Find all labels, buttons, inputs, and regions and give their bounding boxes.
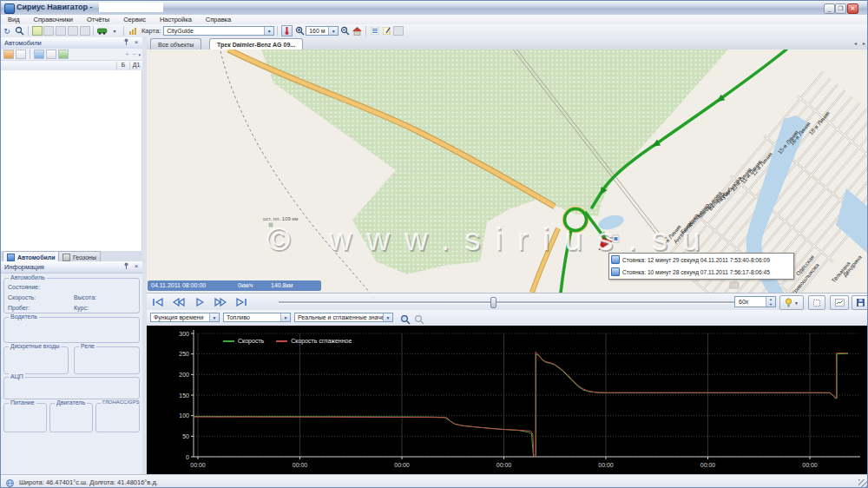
speed-label: Скорость: <box>8 294 36 300</box>
tab-scroll-right-icon[interactable]: ▸ <box>863 40 865 46</box>
disabled-icon-4 <box>80 26 90 36</box>
playback-speed-spinner[interactable]: 60x ▲▼ <box>734 296 776 307</box>
vehicles-tab-icon <box>7 254 15 261</box>
zoom-in-icon[interactable] <box>294 26 305 36</box>
chart-canvas: 05010015020025030000:0000:0000:0000:0000… <box>147 326 868 474</box>
parameter-select[interactable]: Топливо▼ <box>223 313 291 322</box>
maximize-button[interactable]: ❐ <box>835 3 846 14</box>
svg-text:00:00: 00:00 <box>394 462 410 468</box>
svg-text:300: 300 <box>179 331 189 337</box>
menu-spravka[interactable]: Справка <box>199 16 238 23</box>
fast-forward-button[interactable] <box>213 296 228 307</box>
svg-text:0: 0 <box>186 454 189 460</box>
globe-icon <box>6 475 14 488</box>
info-panel: Информация × Автомобиль Состояние: Скоро… <box>1 261 142 474</box>
timeline-slider[interactable] <box>279 301 737 304</box>
zoom-out-icon[interactable] <box>339 26 350 36</box>
vehicle-group: Автомобиль Состояние: Скорость: Высота: … <box>3 278 140 313</box>
resize-grip[interactable] <box>858 479 867 488</box>
pin-icon[interactable] <box>122 262 130 271</box>
redacted-area <box>99 3 163 12</box>
menu-spravochniki[interactable]: Справочники <box>27 16 80 23</box>
vehicle-icon[interactable] <box>97 26 108 36</box>
legend-swatch-smoothed <box>276 340 287 342</box>
columns-dropdown-icon[interactable]: ▾ <box>138 52 141 57</box>
map-label: Карта: <box>141 27 161 35</box>
chevron-down-icon[interactable]: ▼ <box>383 313 392 321</box>
scale-select[interactable]: 160 м▼ <box>306 26 339 36</box>
legend-label-speed: Скорость <box>238 338 264 344</box>
tab-scroll-left-icon[interactable]: ◂ <box>854 40 857 46</box>
building <box>730 282 739 288</box>
chevron-down-icon[interactable]: ▼ <box>264 27 273 35</box>
rewind-button[interactable] <box>171 296 187 307</box>
svg-text:250: 250 <box>179 351 189 357</box>
menu-servis[interactable]: Сервис <box>116 16 153 23</box>
disabled-icon-3 <box>68 26 78 36</box>
vehicles-list[interactable] <box>1 70 142 251</box>
report-icon[interactable] <box>32 26 43 36</box>
minimize-button[interactable]: _ <box>824 3 835 14</box>
chart-legend: Скорость Скорость сглаженное <box>220 338 352 344</box>
chart-toolbar: Функция времени▼ Топливо▼ Реальные и сгл… <box>147 310 868 326</box>
legend-swatch-speed <box>223 340 234 342</box>
refresh-icon[interactable]: ↻ <box>2 26 12 36</box>
menu-nastroyka[interactable]: Настройка <box>153 16 199 23</box>
menu-otchety[interactable]: Отчёты <box>80 16 116 23</box>
track-speed: 0км/ч <box>238 280 253 291</box>
power-group: Питание <box>3 403 47 432</box>
geo-icon[interactable] <box>58 49 69 59</box>
remove-icon[interactable]: − <box>133 50 137 58</box>
column-name[interactable] <box>1 62 116 70</box>
column-d1[interactable]: Д1 <box>129 62 142 70</box>
chevron-down-icon[interactable]: ▼ <box>794 300 799 306</box>
group-icon <box>46 49 56 59</box>
svg-text:00:00: 00:00 <box>802 462 818 468</box>
adc-group: АЦП <box>3 377 140 399</box>
filter-icon[interactable] <box>3 49 14 59</box>
svg-text:100: 100 <box>179 412 189 419</box>
chart-icon[interactable] <box>128 26 138 36</box>
tab-track[interactable]: Трек Daimler-Benz AG 09... <box>209 38 303 50</box>
column-b[interactable]: Б <box>116 62 129 70</box>
menu-vid[interactable]: Вид <box>1 16 27 23</box>
car-search-icon <box>16 49 26 59</box>
main-toolbar: ↻ ▾ Карта: CityGuide▼ 160 м▼ <box>1 24 868 38</box>
search-icon[interactable] <box>14 26 24 36</box>
function-select[interactable]: Функция времени▼ <box>150 313 220 322</box>
timeline-slider-thumb[interactable] <box>490 297 496 308</box>
chevron-down-icon[interactable]: ▼ <box>328 27 338 35</box>
map-view[interactable]: 18-я Линия 16-я Линия 15-я Линия 12-я Ли… <box>147 49 868 293</box>
map-select[interactable]: CityGuide▼ <box>163 26 274 36</box>
add-icon[interactable]: + <box>125 50 129 58</box>
coordinates-status: Широта: 46.47401°с.ш. Долгота: 41.48016°… <box>19 478 158 486</box>
vehicle-dropdown-icon[interactable]: ▾ <box>109 26 120 36</box>
tab-all-objects[interactable]: Все объекты <box>150 38 201 49</box>
speed-chart[interactable]: 05010015020025030000:0000:0000:0000:0000… <box>147 326 868 474</box>
close-icon[interactable]: × <box>132 262 141 271</box>
skip-start-button[interactable] <box>150 296 166 307</box>
show-chart-button[interactable] <box>830 295 849 310</box>
close-button[interactable]: ✕ <box>847 3 858 14</box>
track-mode-toggle[interactable] <box>281 25 293 36</box>
skip-end-button[interactable] <box>233 296 249 307</box>
relay-group: Реле <box>74 346 140 374</box>
home-icon[interactable] <box>352 26 362 36</box>
chevron-down-icon[interactable]: ▼ <box>280 313 290 321</box>
svg-text:00:00: 00:00 <box>190 462 206 468</box>
title-bar: Сириус Навигатор - _ ❐ ✕ <box>1 1 868 16</box>
spinner-arrows-icon[interactable]: ▲▼ <box>766 297 775 307</box>
pin-icon[interactable] <box>122 38 130 47</box>
save-button[interactable] <box>852 295 868 310</box>
list-icon[interactable] <box>370 26 380 36</box>
close-icon[interactable]: × <box>132 38 141 47</box>
values-mode-select[interactable]: Реальные и сглаженные значен▼ <box>294 313 393 322</box>
parking-icon <box>611 255 620 264</box>
edit-icon[interactable] <box>382 26 392 36</box>
select-area-button[interactable] <box>808 295 825 310</box>
disabled-icon-1 <box>43 26 54 36</box>
play-button[interactable] <box>192 296 207 307</box>
highlight-button[interactable]: ▼ <box>779 295 804 310</box>
globe-icon[interactable] <box>34 49 44 59</box>
chevron-down-icon[interactable]: ▼ <box>209 313 219 321</box>
